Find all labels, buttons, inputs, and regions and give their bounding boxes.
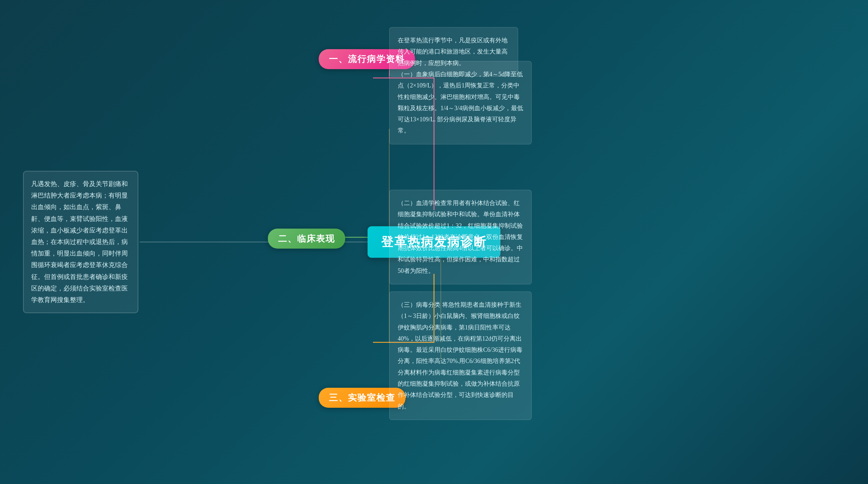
- branch-clinical: 二、临床表现: [268, 229, 345, 249]
- branch-lab-label: 三、实验室检查: [329, 393, 395, 403]
- blood-text: （一）血象病后白细胞即减少，第4～5d降至低点（2×109/L），退热后1周恢复…: [398, 69, 523, 137]
- left-node-text: 凡遇发热、皮疹、骨及关节剧痛和淋巴结肿大者应考虑本病；有明显出血倾向，如出血点，…: [31, 178, 130, 306]
- info-serology: （二）血清学检查常用者有补体结合试验、红细胞凝集抑制试验和中和试验。单份血清补体…: [389, 190, 532, 284]
- serology-text: （二）血清学检查常用者有补体结合试验、红细胞凝集抑制试验和中和试验。单份血清补体…: [398, 198, 523, 277]
- virus-text: （三）病毒分类 将急性期患者血清接种于新生（1～3日龄）小白鼠脑内、猴肾细胞株或…: [398, 299, 523, 412]
- info-blood: （一）血象病后白细胞即减少，第4～5d降至低点（2×109/L），退热后1周恢复…: [389, 61, 532, 144]
- info-virus: （三）病毒分类 将急性期患者血清接种于新生（1～3日龄）小白鼠脑内、猴肾细胞株或…: [389, 291, 532, 420]
- branch-clinical-label: 二、临床表现: [278, 234, 335, 244]
- left-node: 凡遇发热、皮疹、骨及关节剧痛和淋巴结肿大者应考虑本病；有明显出血倾向，如出血点，…: [23, 171, 138, 313]
